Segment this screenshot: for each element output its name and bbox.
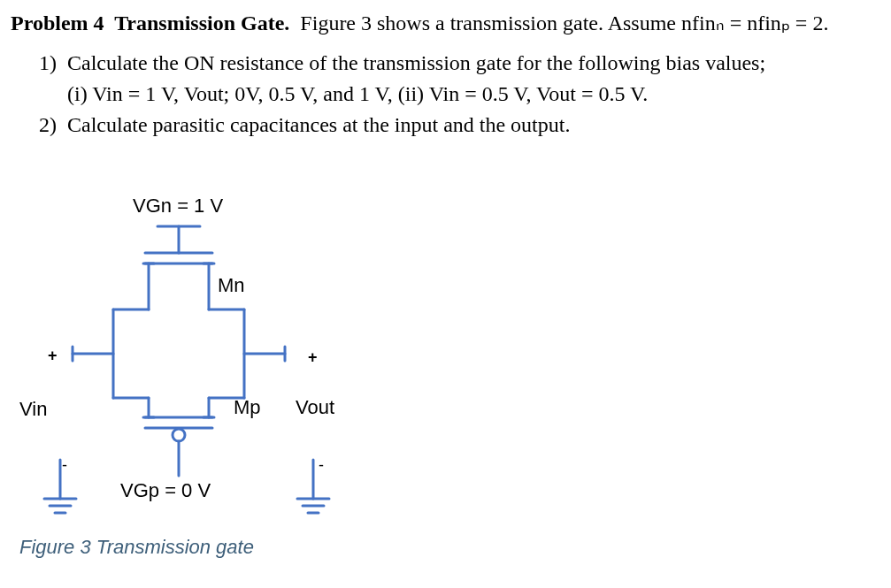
label-minus-right: - [319,456,324,475]
label-vin: Vin [19,398,47,421]
figure-caption: Figure 3 Transmission gate [19,536,254,559]
problem-title-text: Transmission Gate. [114,11,289,34]
label-minus-left: - [62,456,67,475]
list-body-1: Calculate the ON resistance of the trans… [67,48,880,110]
figure-caption-text: Transmission gate [91,536,254,558]
label-mn: Mn [218,274,245,297]
svg-point-24 [173,429,185,441]
list-body-2: Calculate parasitic capacitances at the … [67,110,880,141]
label-vgn: VGn = 1 V [133,195,223,218]
list-item-2-text: Calculate parasitic capacitances at the … [67,113,570,136]
problem-list: 1) Calculate the ON resistance of the tr… [39,48,880,140]
label-vout: Vout [296,396,334,419]
label-plus-right: + [308,348,318,367]
list-number-2: 2) [39,110,67,141]
figure-caption-number: Figure 3 [19,536,91,558]
label-mp: Mp [234,396,261,419]
list-item-1: 1) Calculate the ON resistance of the tr… [39,48,880,110]
list-item-1-text: Calculate the ON resistance of the trans… [67,51,765,74]
problem-number: Problem 4 [11,11,104,34]
list-item-2: 2) Calculate parasitic capacitances at t… [39,110,880,141]
problem-heading-line: Problem 4 Transmission Gate. Figure 3 sh… [11,9,880,37]
list-item-1-sub: (i) Vin = 1 V, Vout; 0V, 0.5 V, and 1 V,… [67,82,648,105]
label-plus-left: + [48,347,58,365]
problem-intro-text: Figure 3 shows a transmission gate. Assu… [300,11,828,34]
label-vgp: VGp = 0 V [120,479,211,502]
figure-area: VGn = 1 V Mn Mp VGp = 0 V Vin Vout + + -… [19,195,338,566]
list-number-1: 1) [39,48,67,110]
page: Problem 4 Transmission Gate. Figure 3 sh… [0,0,891,588]
